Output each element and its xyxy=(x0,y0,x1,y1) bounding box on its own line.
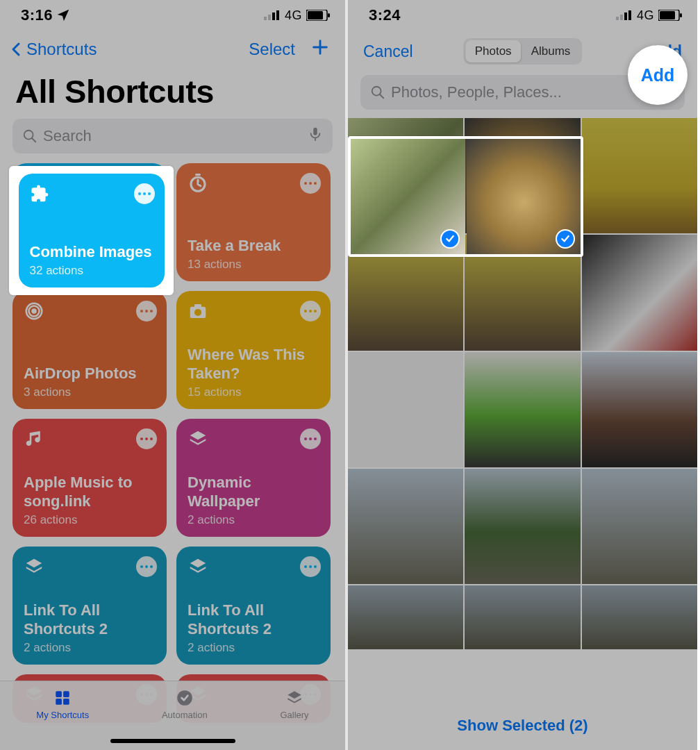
photo-thumbnail[interactable] xyxy=(465,585,580,649)
photo-thumbnail[interactable] xyxy=(582,235,697,350)
segment-albums[interactable]: Albums xyxy=(522,40,581,62)
svg-rect-16 xyxy=(194,304,201,308)
svg-rect-25 xyxy=(628,10,631,20)
svg-point-11 xyxy=(31,308,37,314)
segment-photos[interactable]: Photos xyxy=(465,40,522,62)
card-sub: 2 actions xyxy=(188,641,319,655)
photo-thumbnail[interactable] xyxy=(465,469,580,584)
shortcut-card-combine-images-highlight[interactable]: Combine Images 32 actions xyxy=(19,174,165,288)
shortcut-card-where-was-this[interactable]: Where Was This Taken? 15 actions xyxy=(176,291,331,409)
card-title: Link To All Shortcuts 2 xyxy=(188,601,319,638)
card-title: Take a Break xyxy=(188,237,319,255)
show-selected-button[interactable]: Show Selected (2) xyxy=(348,701,697,750)
svg-rect-6 xyxy=(328,13,330,17)
add-shortcut-button[interactable] xyxy=(310,37,330,62)
nav-row: Shortcuts Select xyxy=(0,31,345,68)
more-icon[interactable] xyxy=(134,183,155,204)
tab-bar: My Shortcuts Automation Gallery xyxy=(0,681,345,750)
card-sub: 32 actions xyxy=(30,264,153,278)
svg-rect-1 xyxy=(268,15,271,20)
card-title: AirDrop Photos xyxy=(24,365,156,383)
photo-thumbnail[interactable] xyxy=(582,118,697,233)
svg-rect-20 xyxy=(63,699,69,705)
check-icon xyxy=(438,208,458,228)
svg-rect-18 xyxy=(63,691,69,697)
photo-thumbnail[interactable] xyxy=(582,469,697,584)
location-icon xyxy=(56,8,71,23)
svg-rect-17 xyxy=(56,691,62,697)
tab-label: Gallery xyxy=(280,710,308,720)
tab-label: Automation xyxy=(162,710,208,720)
mic-icon[interactable] xyxy=(308,126,323,146)
highlight-combine-images: Combine Images 32 actions xyxy=(9,166,174,295)
home-indicator[interactable] xyxy=(110,739,235,743)
card-title: Dynamic Wallpaper xyxy=(188,474,319,510)
svg-rect-19 xyxy=(56,699,62,705)
svg-rect-9 xyxy=(313,128,317,135)
grid-icon xyxy=(52,688,73,708)
tab-my-shortcuts[interactable]: My Shortcuts xyxy=(36,688,89,720)
more-icon[interactable] xyxy=(300,173,321,194)
shortcut-card-apple-music[interactable]: Apple Music to song.link 26 actions xyxy=(12,419,167,537)
card-title: Link To All Shortcuts 2 xyxy=(24,601,156,638)
photo-grid xyxy=(348,118,697,649)
svg-point-15 xyxy=(194,309,201,316)
photo-thumbnail[interactable] xyxy=(348,585,463,649)
search-icon xyxy=(22,128,38,144)
shortcut-card-link-to-all-1[interactable]: Link To All Shortcuts 2 2 actions xyxy=(12,547,167,665)
back-label: Shortcuts xyxy=(26,40,97,59)
photo-thumbnail[interactable] xyxy=(465,235,580,350)
highlight-add-button[interactable]: Add xyxy=(628,45,688,105)
svg-rect-0 xyxy=(264,17,267,20)
photo-thumbnail[interactable] xyxy=(465,352,580,467)
shortcut-card-link-to-all-2[interactable]: Link To All Shortcuts 2 2 actions xyxy=(176,547,331,665)
photo-thumbnail[interactable] xyxy=(465,118,580,233)
shortcut-card-airdrop-photos[interactable]: AirDrop Photos 3 actions xyxy=(12,291,167,409)
status-time: 3:16 xyxy=(21,6,53,24)
search-input[interactable]: Search xyxy=(12,119,333,153)
shortcut-card-take-a-break[interactable]: Take a Break 13 actions xyxy=(176,163,331,281)
more-icon[interactable] xyxy=(300,428,321,449)
card-title: Where Was This Taken? xyxy=(188,346,319,383)
status-bar: 3:24 4G xyxy=(348,0,697,31)
status-time: 3:24 xyxy=(369,6,401,24)
photo-thumbnail[interactable] xyxy=(348,469,463,584)
photo-thumbnail[interactable] xyxy=(348,352,463,467)
svg-rect-22 xyxy=(616,17,619,20)
page-title: All Shortcuts xyxy=(0,68,345,119)
photo-thumbnail[interactable] xyxy=(348,118,463,233)
more-icon[interactable] xyxy=(136,556,157,577)
photo-thumbnail[interactable] xyxy=(582,585,697,649)
card-title: Combine Images xyxy=(30,243,153,261)
gallery-icon xyxy=(284,688,305,708)
card-title: Apple Music to song.link xyxy=(24,474,156,510)
back-button[interactable]: Shortcuts xyxy=(8,40,97,59)
battery-icon xyxy=(306,10,330,21)
more-icon[interactable] xyxy=(300,301,321,322)
network-label: 4G xyxy=(637,8,654,23)
shortcut-card-dynamic-wallpaper[interactable]: Dynamic Wallpaper 2 actions xyxy=(176,419,331,537)
svg-rect-24 xyxy=(624,12,627,20)
select-button[interactable]: Select xyxy=(249,40,295,59)
tab-gallery[interactable]: Gallery xyxy=(280,688,308,720)
more-icon[interactable] xyxy=(300,556,321,577)
svg-rect-5 xyxy=(308,11,323,19)
card-sub: 2 actions xyxy=(188,513,319,527)
photo-thumbnail[interactable] xyxy=(348,235,463,350)
add-label: Add xyxy=(641,65,675,85)
photo-thumbnail[interactable] xyxy=(582,352,697,467)
check-icon xyxy=(556,208,575,228)
card-sub: 15 actions xyxy=(188,385,319,399)
svg-rect-3 xyxy=(276,10,279,20)
svg-rect-28 xyxy=(680,13,682,17)
signal-icon xyxy=(264,10,281,20)
search-placeholder: Search xyxy=(43,127,92,145)
tab-automation[interactable]: Automation xyxy=(162,688,208,720)
card-sub: 3 actions xyxy=(24,385,156,399)
segmented-control: Photos Albums xyxy=(463,38,583,65)
network-label: 4G xyxy=(285,8,302,23)
svg-line-8 xyxy=(32,138,36,142)
more-icon[interactable] xyxy=(136,301,157,322)
cancel-button[interactable]: Cancel xyxy=(363,42,413,61)
more-icon[interactable] xyxy=(136,428,157,449)
